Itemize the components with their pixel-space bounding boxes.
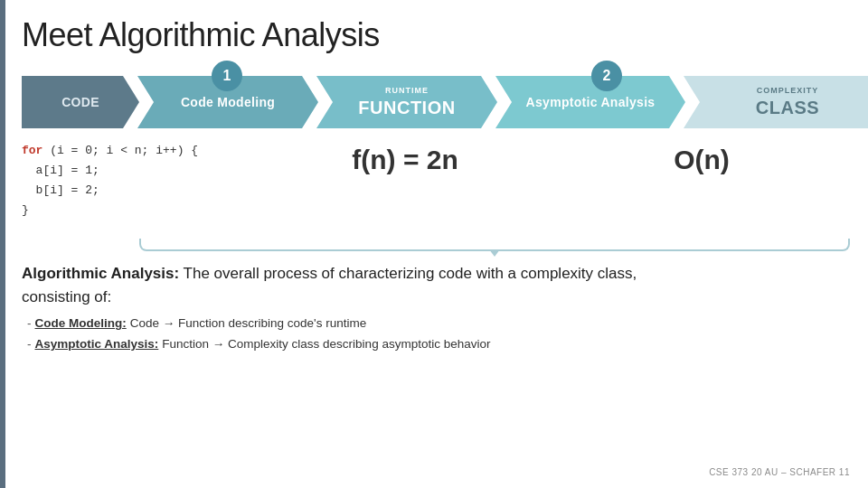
- bullet-1-term: Code Modeling:: [35, 314, 127, 334]
- bullet-1-rest: Code → Function describing code's runtim…: [130, 314, 366, 334]
- page: Meet Algorithmic Analysis 1 2 CODE Code …: [0, 0, 868, 488]
- bullet-item-1: - Code Modeling: Code → Function describ…: [27, 314, 850, 334]
- pipeline-track: CODE Code Modeling RUNTIME FUNCTION Asym…: [22, 76, 850, 128]
- code-line-4: }: [22, 201, 257, 221]
- code-line-1: for (i = 0; i < n; i++) {: [22, 141, 257, 161]
- segment-code-modeling-label: Code Modeling: [181, 95, 275, 109]
- segment-complexity-class: COMPLEXITY CLASS: [684, 76, 868, 128]
- segment-runtime-main-label: FUNCTION: [358, 98, 455, 118]
- fn-result: f(n) = 2n: [257, 136, 553, 175]
- on-result-value: O(n): [674, 145, 730, 175]
- bullet-2-rest: Function → Complexity class describing a…: [162, 334, 490, 355]
- bracket-arrow: [489, 249, 500, 257]
- left-accent-bar: [0, 0, 5, 488]
- badge-2: 2: [591, 61, 622, 91]
- segment-runtime-top-label: RUNTIME: [385, 86, 429, 95]
- segment-runtime-function: RUNTIME FUNCTION: [316, 76, 497, 128]
- bullet-item-2: - Asymptotic Analysis: Function → Comple…: [27, 334, 850, 355]
- on-result: O(n): [553, 136, 850, 175]
- bullet-2-term: Asymptotic Analysis:: [35, 334, 159, 355]
- bullet-list: - Code Modeling: Code → Function describ…: [27, 314, 850, 355]
- fn-result-value: f(n) = 2n: [352, 145, 458, 175]
- bracket-line: [139, 239, 850, 251]
- main-content: Meet Algorithmic Analysis 1 2 CODE Code …: [22, 0, 868, 355]
- segment-asymptotic-label: Asymptotic Analysis: [526, 95, 656, 109]
- bottom-intro-term: Algorithmic Analysis:: [22, 265, 179, 282]
- page-title: Meet Algorithmic Analysis: [22, 16, 850, 54]
- bottom-consisting: consisting of:: [22, 288, 111, 305]
- badge-1: 1: [212, 61, 242, 91]
- segment-complexity-main-label: CLASS: [756, 98, 819, 118]
- bottom-intro-text: Algorithmic Analysis: The overall proces…: [22, 262, 850, 308]
- segment-code-label: CODE: [61, 95, 99, 109]
- segment-asymptotic: Asymptotic Analysis: [495, 76, 685, 128]
- segment-complexity-top-label: COMPLEXITY: [757, 86, 819, 95]
- code-line-2: a[i] = 1;: [22, 161, 257, 181]
- bullet-dash-1: -: [27, 314, 32, 334]
- bullet-dash-2: -: [27, 334, 32, 355]
- footer: CSE 373 20 AU – SCHAFER 11: [709, 467, 850, 477]
- pipeline-wrapper: 1 2 CODE Code Modeling RUNTIME FUNCTION: [22, 76, 850, 128]
- code-block: for (i = 0; i < n; i++) { a[i] = 1; b[i]…: [22, 136, 257, 226]
- code-result-row: for (i = 0; i < n; i++) { a[i] = 1; b[i]…: [22, 136, 850, 226]
- segment-code: CODE: [22, 76, 139, 128]
- bracket-row: [22, 239, 850, 255]
- bottom-intro-rest: The overall process of characterizing co…: [179, 265, 637, 282]
- code-line-3: b[i] = 2;: [22, 181, 257, 201]
